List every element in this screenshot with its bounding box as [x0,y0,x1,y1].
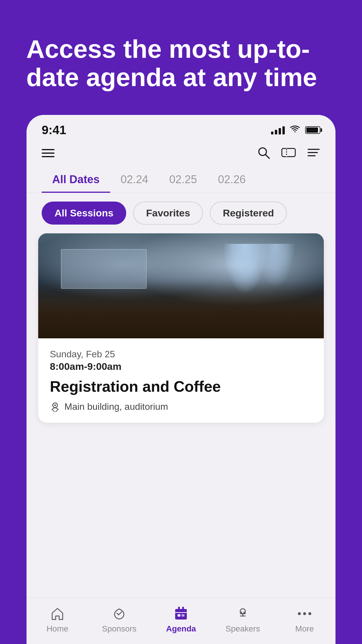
session-card[interactable]: Sunday, Feb 25 8:00am-9:00am Registratio… [38,233,324,423]
top-nav [27,140,335,169]
bottom-nav: Home Sponsors [27,598,335,644]
speakers-icon [235,606,250,621]
session-date: Sunday, Feb 25 [50,349,312,360]
svg-rect-12 [175,609,187,620]
date-tab-0224[interactable]: 02.24 [110,169,159,193]
sponsors-icon [112,606,127,621]
status-time: 9:41 [42,123,66,137]
nav-right-icons [257,146,320,160]
svg-rect-13 [178,607,180,611]
nav-label-agenda: Agenda [166,624,196,634]
svg-point-18 [240,609,245,614]
hero-text: Access the most up-to-date agenda at any… [0,0,362,115]
svg-rect-17 [182,614,184,617]
presentation-screen [61,249,147,289]
location-text: Main building, auditorium [64,401,168,412]
nav-item-more[interactable]: More [281,606,328,634]
svg-point-23 [303,612,306,615]
svg-rect-2 [282,148,295,157]
more-icon [297,606,312,621]
wifi-icon [290,125,300,135]
nav-label-speakers: Speakers [226,624,260,634]
search-icon[interactable] [257,146,270,160]
session-filters: All Sessions Favorites Registered [27,202,335,233]
date-tab-0225[interactable]: 02.25 [159,169,208,193]
session-title: Registration and Coffee [50,377,312,396]
nav-label-home: Home [47,624,68,634]
filter-icon[interactable] [307,147,320,159]
ticket-icon[interactable] [281,147,296,160]
filter-favorites[interactable]: Favorites [133,202,203,225]
nav-label-sponsors: Sponsors [102,624,136,634]
location-pin-icon [50,401,60,412]
nav-item-home[interactable]: Home [34,606,81,634]
date-tab-all[interactable]: All Dates [42,169,110,193]
session-location: Main building, auditorium [50,401,312,412]
date-tabs: All Dates 02.24 02.25 02.26 [27,169,335,193]
session-info: Sunday, Feb 25 8:00am-9:00am Registratio… [38,338,324,423]
svg-line-1 [266,155,269,158]
content-area: Sunday, Feb 25 8:00am-9:00am Registratio… [27,233,335,598]
status-bar: 9:41 [27,115,335,140]
agenda-icon [173,606,189,621]
svg-point-11 [54,405,56,406]
nav-item-speakers[interactable]: Speakers [219,606,266,634]
home-icon [50,606,65,621]
svg-rect-14 [182,607,184,611]
filter-all-sessions[interactable]: All Sessions [42,202,126,225]
hero-section: Access the most up-to-date agenda at any… [0,0,362,115]
phone-frame: 9:41 [27,115,335,644]
signal-icon [271,126,285,134]
hamburger-menu-icon[interactable] [42,149,55,157]
nav-item-sponsors[interactable]: Sponsors [96,606,143,634]
svg-rect-16 [178,614,180,617]
session-time: 8:00am-9:00am [50,361,312,372]
date-tab-0226[interactable]: 02.26 [208,169,256,193]
filter-registered[interactable]: Registered [210,202,287,225]
svg-point-24 [308,612,311,615]
session-image [38,233,324,338]
battery-icon [305,126,320,134]
nav-item-agenda[interactable]: Agenda [158,606,204,634]
svg-point-22 [298,612,301,615]
status-icons [271,125,320,135]
nav-label-more: More [295,624,314,634]
